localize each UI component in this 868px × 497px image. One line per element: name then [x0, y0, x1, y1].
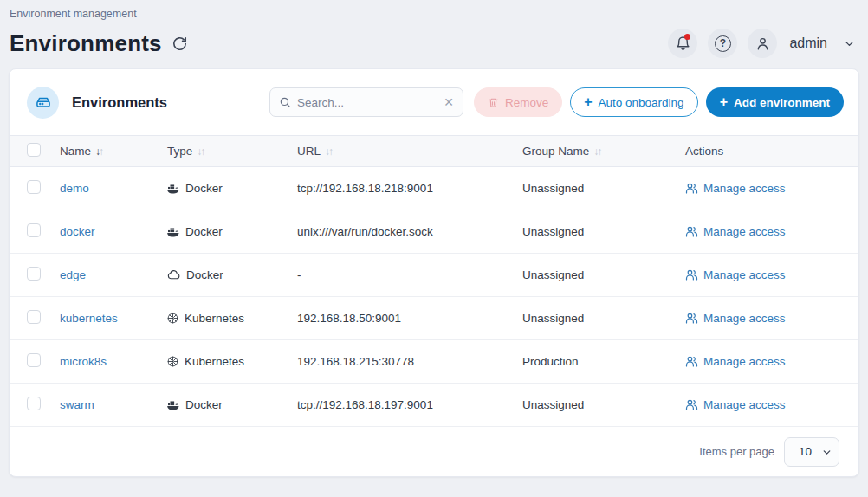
chevron-down-icon[interactable] [843, 37, 856, 50]
environment-group: Production [522, 355, 685, 368]
row-checkbox[interactable] [27, 310, 41, 324]
notifications-button[interactable] [668, 29, 697, 58]
plus-icon: + [584, 95, 592, 109]
cloud-icon [167, 270, 180, 280]
environment-url: - [297, 268, 522, 281]
sort-icons: ↓↑ [197, 145, 204, 158]
kubernetes-icon [167, 356, 178, 367]
docker-whale-icon [167, 184, 179, 194]
environment-type: Kubernetes [167, 355, 297, 368]
environment-type: Docker [167, 398, 297, 411]
trash-icon [488, 97, 499, 108]
help-icon: ? [715, 36, 731, 52]
auto-onboarding-button[interactable]: + Auto onboarding [570, 87, 697, 117]
environment-name-link[interactable]: kubernetes [60, 312, 118, 325]
search-icon [279, 96, 291, 108]
server-icon [35, 94, 52, 111]
table-row: demo Docker tcp://192.168.18.218:9001 Un… [10, 167, 858, 210]
users-icon [685, 398, 698, 411]
card-header: Environments ✕ Remove + Auto onboarding [10, 69, 858, 135]
row-checkbox[interactable] [27, 353, 41, 367]
username-label: admin [789, 36, 827, 51]
items-per-page-select[interactable]: 10 [784, 437, 839, 467]
help-button[interactable]: ? [708, 29, 737, 58]
row-checkbox[interactable] [27, 267, 41, 281]
environment-name-link[interactable]: edge [60, 268, 86, 281]
column-header-name[interactable]: Name↓↑ [60, 145, 167, 158]
users-icon [685, 355, 698, 368]
user-icon [755, 36, 771, 52]
table-row: microk8s Kubernetes 192.168.18.215:30778… [10, 340, 858, 384]
row-checkbox[interactable] [27, 180, 41, 194]
table-body: demo Docker tcp://192.168.18.218:9001 Un… [10, 167, 858, 427]
plus-icon: + [720, 95, 728, 109]
table-row: swarm Docker tcp://192.168.18.197:9001 U… [10, 384, 858, 427]
user-avatar-button[interactable] [748, 29, 777, 58]
manage-access-link[interactable]: Manage access [685, 355, 858, 368]
remove-button[interactable]: Remove [474, 87, 562, 117]
manage-access-link[interactable]: Manage access [685, 225, 858, 238]
environment-name-link[interactable]: docker [60, 225, 95, 238]
users-icon [685, 225, 698, 238]
environment-url: unix:///var/run/docker.sock [297, 225, 522, 238]
environment-url: tcp://192.168.18.218:9001 [297, 182, 522, 195]
search-input[interactable] [297, 96, 444, 109]
environment-name-link[interactable]: swarm [60, 398, 94, 411]
sort-icons: ↓↑ [325, 145, 332, 158]
table-footer: Items per page 10 [10, 427, 858, 476]
environment-type: Docker [167, 182, 297, 195]
items-per-page-label: Items per page [699, 445, 774, 458]
refresh-icon[interactable] [171, 34, 190, 53]
manage-access-link[interactable]: Manage access [685, 398, 858, 411]
environment-group: Unassigned [522, 312, 685, 325]
search-box: ✕ [269, 87, 463, 117]
environment-group: Unassigned [522, 225, 685, 238]
environment-type: Kubernetes [167, 312, 297, 325]
kubernetes-icon [167, 313, 178, 324]
sort-icons: ↓↑ [95, 145, 102, 158]
users-icon [685, 182, 698, 195]
environment-url: tcp://192.168.18.197:9001 [297, 398, 522, 411]
environments-card: Environments ✕ Remove + Auto onboarding [9, 68, 859, 477]
manage-access-link[interactable]: Manage access [685, 312, 858, 325]
title-bar: Environments ? admin [0, 20, 868, 58]
environment-group: Unassigned [522, 268, 685, 281]
row-checkbox[interactable] [27, 397, 41, 410]
row-checkbox[interactable] [27, 223, 41, 237]
docker-whale-icon [167, 227, 179, 237]
column-header-type[interactable]: Type↓↑ [167, 145, 297, 158]
clear-search-icon[interactable]: ✕ [444, 96, 454, 108]
environment-name-link[interactable]: demo [60, 182, 89, 195]
column-header-group-name[interactable]: Group Name↓↑ [522, 145, 685, 158]
manage-access-link[interactable]: Manage access [685, 182, 858, 195]
breadcrumb: Environment management [0, 0, 868, 20]
environment-type: Docker [167, 225, 297, 238]
table-row: docker Docker unix:///var/run/docker.soc… [10, 210, 858, 254]
select-all-checkbox[interactable] [27, 143, 41, 157]
table-row: edge Docker - Unassigned Manage access [10, 254, 858, 297]
card-title: Environments [72, 94, 167, 111]
docker-whale-icon [167, 400, 179, 410]
table-header: Name↓↑ Type↓↑ URL↓↑ Group Name↓↑ Actions [10, 135, 858, 167]
environment-type: Docker [167, 268, 297, 281]
column-header-url[interactable]: URL↓↑ [297, 145, 522, 158]
sort-icons: ↓↑ [593, 145, 600, 158]
environments-badge [27, 87, 59, 119]
add-environment-button[interactable]: + Add environment [706, 87, 844, 117]
environment-group: Unassigned [522, 398, 685, 411]
users-icon [685, 312, 698, 325]
manage-access-link[interactable]: Manage access [685, 268, 858, 281]
page-title: Environments [10, 30, 162, 57]
environment-url: 192.168.18.50:9001 [297, 312, 522, 325]
environment-url: 192.168.18.215:30778 [297, 355, 522, 368]
users-icon [685, 268, 698, 281]
environment-name-link[interactable]: microk8s [60, 355, 107, 368]
table-row: kubernetes Kubernetes 192.168.18.50:9001… [10, 297, 858, 340]
environment-group: Unassigned [522, 182, 685, 195]
column-header-actions: Actions [685, 145, 858, 158]
